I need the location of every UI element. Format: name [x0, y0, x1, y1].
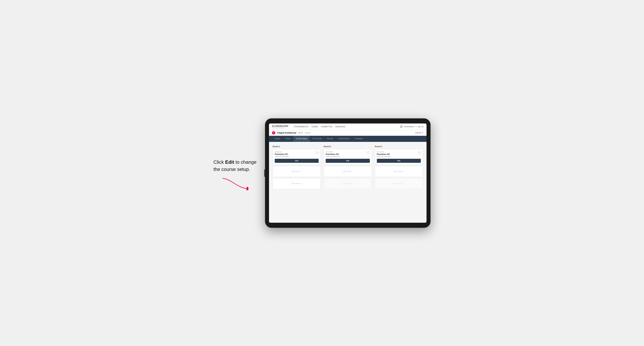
tablet-side-button — [264, 170, 265, 177]
round-3-title: Round 3 — [375, 146, 423, 148]
round-1-title: Round 1 — [273, 146, 321, 148]
tournament-gender: (Men) — [298, 132, 303, 134]
tab-results[interactable]: Results — [324, 136, 336, 142]
round-3-add-label-1: Add Course — [394, 171, 402, 172]
round-3-add-icon-1: + — [403, 171, 404, 172]
round-2-card-header: (Course A) Peachtree GC Yellow (M) (6629… — [326, 151, 370, 159]
round-3-card-header: (Course A) Peachtree GC Yellow (M) (6629… — [377, 151, 421, 159]
tournament-name: Clippd Invitational — [277, 132, 296, 134]
tab-tee-groups[interactable]: Tee Groups — [310, 136, 324, 142]
tab-details[interactable]: Details — [272, 136, 283, 142]
round-3-add-label-2: Add Course — [394, 183, 402, 184]
instruction-prefix: Click — [214, 159, 225, 165]
round-3-add-course-2-text: Add Course + — [394, 183, 404, 184]
tab-leaderboards[interactable]: Leaderboards — [336, 136, 352, 142]
round-2-add-course-2-text: Add Course + — [342, 183, 353, 184]
round-2-course-name: Peachtree GC — [326, 153, 340, 155]
round-3-add-icon-2: + — [403, 183, 404, 184]
red-arrow-icon — [219, 176, 248, 191]
round-2-add-course-2: Add Course + — [324, 178, 372, 189]
user-email: blair@clippd.io — [404, 126, 415, 128]
sub-header-right: Cancel ✕ — [415, 132, 424, 134]
tab-printables[interactable]: Printables — [352, 136, 366, 142]
round-1-course-name: Peachtree GC — [275, 153, 289, 155]
instruction-bold: Edit — [225, 159, 234, 165]
tab-teams[interactable]: Teams — [283, 136, 293, 142]
round-2-column: Round 2 (Course A) Peachtree GC Yellow (… — [324, 146, 372, 190]
nav-teams[interactable]: TEAMS — [311, 126, 318, 128]
round-3-edit-button[interactable]: Edit — [377, 159, 421, 163]
round-2-add-course-1-text: Add Course + — [342, 171, 353, 172]
round-2-title: Round 2 — [324, 146, 372, 148]
round-1-course-info: (Course A) Peachtree GC Yellow (M) (6629… — [275, 151, 289, 159]
nav-links: TOURNAMENTS TEAMS COMMITTEE RANKINGS — [294, 126, 396, 128]
round-1-edit-button[interactable]: Edit — [275, 159, 319, 163]
tablet-frame: SCOREBOARD Powered by clippd TOURNAMENTS… — [265, 118, 430, 228]
cancel-label[interactable]: Cancel — [415, 132, 421, 134]
round-3-add-course-2: Add Course + — [375, 178, 423, 189]
hosting-badge: Hosting — [305, 132, 310, 134]
round-2-add-course-1[interactable]: Add Course + — [324, 166, 372, 177]
top-nav: SCOREBOARD Powered by clippd TOURNAMENTS… — [269, 124, 426, 130]
logo-area: SCOREBOARD Powered by clippd — [272, 125, 288, 129]
nav-tournaments[interactable]: TOURNAMENTS — [294, 126, 308, 128]
round-3-column: Round 3 (Course A) Peachtree GC Yellow (… — [375, 146, 423, 190]
round-3-add-course-1-text: Add Course + — [394, 171, 404, 172]
round-3-course-card: (Course A) Peachtree GC Yellow (M) (6629… — [375, 149, 423, 165]
sign-out-link[interactable]: Sign out — [418, 126, 424, 128]
nav-rankings[interactable]: RANKINGS — [335, 126, 345, 128]
nav-right: blair@clippd.io | Sign out — [400, 125, 424, 128]
nav-separator: | — [416, 126, 416, 128]
round-1-add-label-1: Add Course — [292, 171, 300, 172]
round-1-add-course-2-text: Add Course + — [292, 183, 302, 184]
round-3-course-details: Yellow (M) (6629 yds) — [377, 156, 391, 157]
instruction-text: Click Edit to change the course setup. — [214, 159, 261, 173]
round-3-delete-button[interactable]: ☐ — [418, 151, 421, 154]
clippd-logo: C — [272, 131, 275, 135]
sub-header: C Clippd Invitational (Men) Hosting Canc… — [269, 130, 426, 136]
round-1-add-course-1[interactable]: Add Course + — [273, 166, 321, 177]
logo-sub: Powered by clippd — [272, 127, 288, 129]
round-1-course-details: Yellow (M) (6629 yds) — [275, 156, 289, 157]
round-3-add-course-1[interactable]: Add Course + — [375, 166, 423, 177]
instruction-panel: Click Edit to change the course setup. — [214, 159, 265, 188]
round-1-add-icon-1: + — [301, 171, 302, 172]
nav-committee[interactable]: COMMITTEE — [321, 126, 332, 128]
round-2-course-info: (Course A) Peachtree GC Yellow (M) (6629… — [326, 151, 340, 159]
round-3-course-info: (Course A) Peachtree GC Yellow (M) (6629… — [377, 151, 391, 159]
round-2-course-label: (Course A) — [326, 151, 340, 153]
round-2-edit-button[interactable]: Edit — [326, 159, 370, 163]
rounds-grid: Round 1 (Course A) Peachtree GC Yellow (… — [273, 146, 423, 190]
round-1-add-course-2[interactable]: Add Course + — [273, 178, 321, 189]
tab-bar: Details Teams Course Setup Tee Groups Re… — [269, 136, 426, 142]
round-1-course-card: (Course A) Peachtree GC Yellow (M) (6629… — [273, 149, 321, 165]
avatar — [400, 125, 403, 128]
round-2-add-label-2: Add Course — [342, 183, 352, 184]
outer-wrapper: Click Edit to change the course setup. S… — [193, 118, 451, 228]
arrow-container — [214, 176, 261, 188]
round-3-course-label: (Course A) — [377, 151, 391, 153]
close-icon[interactable]: ✕ — [422, 132, 424, 134]
round-2-course-details: Yellow (M) (6629 yds) — [326, 156, 340, 157]
round-1-add-icon-2: + — [301, 183, 302, 184]
round-1-card-header: (Course A) Peachtree GC Yellow (M) (6629… — [275, 151, 319, 159]
logo-scoreboard: SCOREBOARD — [272, 125, 288, 127]
round-1-column: Round 1 (Course A) Peachtree GC Yellow (… — [273, 146, 321, 190]
round-1-delete-button[interactable]: ☐ — [316, 151, 319, 154]
tab-course-setup[interactable]: Course Setup — [293, 136, 310, 142]
main-content: Round 1 (Course A) Peachtree GC Yellow (… — [269, 142, 426, 223]
round-3-course-name: Peachtree GC — [377, 153, 391, 155]
round-2-course-card: (Course A) Peachtree GC Yellow (M) (6629… — [324, 149, 372, 165]
round-2-add-icon-1: + — [352, 171, 353, 172]
round-1-add-course-1-text: Add Course + — [292, 171, 302, 172]
round-2-add-icon-2: + — [352, 183, 353, 184]
round-2-delete-button[interactable]: ☐ — [366, 151, 370, 154]
round-1-course-label: (Course A) — [275, 151, 289, 153]
round-2-add-label-1: Add Course — [342, 171, 352, 172]
round-1-add-label-2: Add Course — [292, 183, 300, 184]
tablet-screen: SCOREBOARD Powered by clippd TOURNAMENTS… — [269, 124, 426, 223]
